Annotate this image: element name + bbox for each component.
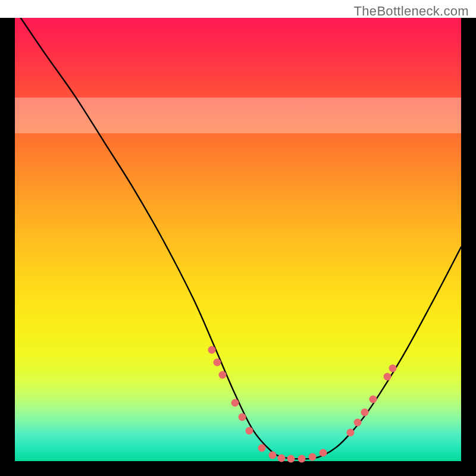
chart-curve-svg <box>15 18 461 461</box>
chart-dot <box>213 358 221 366</box>
chart-outer-frame <box>0 18 476 476</box>
chart-pale-band <box>15 98 461 133</box>
chart-curve-path <box>21 18 461 459</box>
chart-dot <box>208 346 215 354</box>
chart-dot <box>268 452 276 459</box>
chart-dot <box>361 409 369 416</box>
watermark-text: TheBottleneck.com <box>354 4 469 19</box>
chart-plot-area <box>15 18 461 461</box>
chart-dot <box>277 454 285 462</box>
chart-dot <box>389 364 397 372</box>
chart-dot <box>218 371 226 378</box>
chart-dot <box>347 428 355 436</box>
chart-dot <box>258 444 265 452</box>
chart-dot <box>238 414 246 421</box>
chart-dot <box>354 419 362 427</box>
chart-dot <box>231 399 239 406</box>
chart-dot <box>369 396 377 403</box>
chart-dot <box>384 373 392 381</box>
chart-dot <box>309 453 317 461</box>
chart-dot <box>245 427 253 435</box>
chart-dot <box>298 455 306 463</box>
chart-dot <box>287 455 295 463</box>
chart-dot <box>320 449 327 456</box>
